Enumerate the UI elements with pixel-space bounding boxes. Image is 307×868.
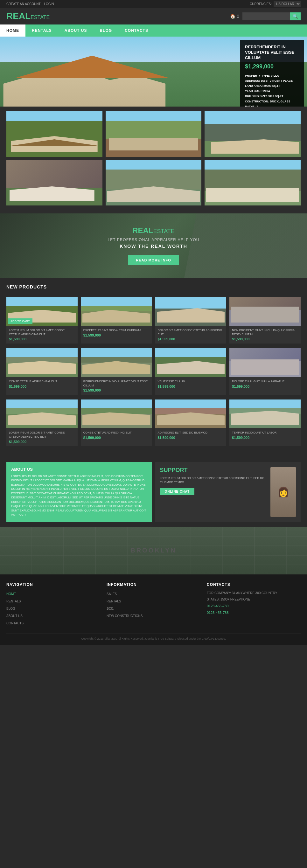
product-image-6 bbox=[81, 348, 152, 377]
property-card-3[interactable]: CAT CUPIDATAT NON PROI $1,599,000 bbox=[205, 111, 301, 157]
footer-info-1031-link[interactable]: 1031 bbox=[106, 607, 114, 610]
product-card-1[interactable]: ADD TO CART LOREM IPSUM DOLOR SIT AMET C… bbox=[6, 297, 78, 343]
hero-price: $1,299,000 bbox=[245, 63, 299, 70]
nav-item-blog[interactable]: BLOG bbox=[93, 25, 118, 37]
product-info-12: TEMPOR INCIDIDUNT UT LABOR $1,599,000 bbox=[229, 428, 301, 442]
property-card-5[interactable]: QUIS OFFICIA DESERUNT $1,599,000 bbox=[105, 160, 202, 206]
nav-link-rentals[interactable]: RENTALS bbox=[26, 25, 58, 37]
product-title-5: CONSE CTETUR ADIPISC- ING ELIT bbox=[9, 379, 75, 383]
property-grid: LOREM IPSUM DOLOR SIT AMET $1,599,000 EX… bbox=[0, 106, 307, 213]
currency-label: CURRENCIES: bbox=[250, 2, 272, 6]
product-image-1: ADD TO CART bbox=[6, 297, 78, 326]
nav-link-blog[interactable]: BLOG bbox=[93, 25, 118, 37]
hero-details: PROPERTY TYPE: VILLA ADDRESS: 3555T VINC… bbox=[245, 73, 299, 106]
footer-info-sales[interactable]: SALES bbox=[106, 591, 201, 596]
product-title-3: DOLOR SIT AMET CONSE CTETUR ADIPISCING E… bbox=[158, 328, 224, 336]
nav-item-contacts[interactable]: CONTACTS bbox=[118, 25, 155, 37]
property-card-2[interactable]: EXCEPTEUR SINT OCCAE $1,599,000 bbox=[105, 111, 202, 157]
login-link[interactable]: LOGIN bbox=[44, 2, 54, 6]
product-image-5 bbox=[6, 348, 78, 377]
footer-info-column: INFORMATION SALES RENTALS 1031 NEW CONST… bbox=[106, 582, 201, 627]
product-card-7[interactable]: VELIT ESSE CILLUM $1,599,000 bbox=[155, 348, 226, 395]
banner-read-more-button[interactable]: READ MORE INFO bbox=[128, 255, 179, 265]
product-card-6[interactable]: REPREHENDERIT IN VO- LUPTATE VELIT ESSE … bbox=[81, 348, 152, 395]
footer-contacts-phone1: 0123-456-789 bbox=[207, 603, 301, 609]
footer-nav-rentals-link[interactable]: RENTALS bbox=[6, 599, 21, 603]
footer-copyright: Copyright © 2013 Villa Mart. All Rights … bbox=[6, 633, 301, 640]
product-info-10: CONSE CTETUR ADIPISC- ING ELIT $1,599,00… bbox=[81, 428, 152, 442]
property-card-1[interactable]: LOREM IPSUM DOLOR SIT AMET $1,599,000 bbox=[6, 111, 102, 157]
add-to-cart-overlay: ADD TO CART bbox=[8, 318, 32, 324]
property-row-1: LOREM IPSUM DOLOR SIT AMET $1,599,000 EX… bbox=[6, 111, 301, 157]
footer-nav-contacts[interactable]: CONTACTS bbox=[6, 620, 100, 626]
product-price-12: $1,599,000 bbox=[232, 436, 298, 440]
footer-nav-title: NAVIGATION bbox=[6, 582, 100, 587]
product-card-8[interactable]: DOLORE EU FUGIAT NULLA PARIATUR $1,599,0… bbox=[229, 348, 301, 395]
property-card-6[interactable]: IPSUM DOLOR SIT AMET $1,599,000 bbox=[205, 160, 301, 206]
product-card-4[interactable]: NON PROIDENT, SUNT IN CULPA QUI OFFICIA … bbox=[229, 297, 301, 343]
product-card-2[interactable]: EXCEPTEUR SINT OCCA- ECAT CUPIDATА $1,59… bbox=[81, 297, 152, 343]
footer-contacts-column: CONTACTS FOR COMPANY: 34 ANYWHERE 300 CO… bbox=[207, 582, 301, 627]
property-card-4[interactable]: DENT SUNT IN CULPA $1,599,000 bbox=[6, 160, 102, 206]
footer-nav-home-link[interactable]: HOME bbox=[6, 592, 16, 596]
product-price-1: $1,599,000 bbox=[9, 337, 75, 341]
footer-nav-contacts-link[interactable]: CONTACTS bbox=[6, 621, 24, 625]
nav-link-about[interactable]: ABOUT US bbox=[58, 25, 94, 37]
product-price-4: $1,599,000 bbox=[232, 337, 298, 341]
nav-item-rentals[interactable]: RENTALS bbox=[26, 25, 58, 37]
property-image-5 bbox=[105, 160, 202, 192]
nav-link-contacts[interactable]: CONTACTS bbox=[118, 25, 155, 37]
products-row-3: LOREM IPSUM DOLOR SIT AMET CONSE CTETUR … bbox=[6, 400, 301, 446]
footer-info-1031[interactable]: 1031 bbox=[106, 605, 201, 611]
logo-real: REAL bbox=[6, 11, 31, 21]
property-image-4 bbox=[6, 160, 102, 192]
footer-info-title: INFORMATION bbox=[106, 582, 201, 587]
product-card-10[interactable]: CONSE CTETUR ADIPISC- ING ELIT $1,599,00… bbox=[81, 400, 152, 446]
product-title-4: NON PROIDENT, SUNT IN CULPA QUI OFFICIA … bbox=[232, 328, 298, 336]
product-price-8: $1,599,000 bbox=[232, 384, 298, 389]
logo-estate: ESTATE bbox=[31, 14, 50, 20]
product-image-2 bbox=[81, 297, 152, 326]
nav-link-home[interactable]: HOME bbox=[0, 25, 26, 37]
add-to-cart-button-1[interactable]: ADD TO CART bbox=[8, 318, 32, 324]
nav-item-home[interactable]: HOME bbox=[0, 25, 26, 37]
product-card-11[interactable]: ADIPISCING ELIT, SED DO EIUSMOD $1,599,0… bbox=[155, 400, 226, 446]
product-card-12[interactable]: TEMPOR INCIDIDUNT UT LABOR $1,599,000 bbox=[229, 400, 301, 446]
product-title-8: DOLORE EU FUGIAT NULLA PARIATUR bbox=[232, 379, 298, 383]
product-card-9[interactable]: LOREM IPSUM DOLOR SIT AMET CONSE CTETUR … bbox=[6, 400, 78, 446]
footer-contacts-address: FOR COMPANY: 34 ANYWHERE 300 COUNTRY bbox=[207, 591, 301, 596]
footer-contacts-extra: STATES: 1500+ FREEPHONE bbox=[207, 597, 301, 602]
property-image-1 bbox=[6, 111, 102, 143]
online-chat-button[interactable]: ONLINE CHAT bbox=[160, 488, 195, 495]
footer-info-new-constructions[interactable]: NEW CONSTRUCTIONS bbox=[106, 613, 201, 618]
footer-info-sales-link[interactable]: SALES bbox=[106, 592, 117, 596]
footer-info-new-constructions-link[interactable]: NEW CONSTRUCTIONS bbox=[106, 614, 143, 618]
footer-nav-home[interactable]: HOME bbox=[6, 591, 100, 596]
search-input[interactable] bbox=[242, 12, 290, 20]
product-info-8: DOLORE EU FUGIAT NULLA PARIATUR $1,599,0… bbox=[229, 377, 301, 391]
product-info-7: VELIT ESSE CILLUM $1,599,000 bbox=[155, 377, 226, 391]
banner-logo: REALESTATE bbox=[6, 226, 301, 235]
footer-info-rentals[interactable]: RENTALS bbox=[106, 598, 201, 604]
currency-select[interactable]: US DOLLAR bbox=[274, 1, 301, 7]
footer-nav-about-link[interactable]: ABOUT US bbox=[6, 614, 23, 618]
cart-icon[interactable]: 🏠 0 bbox=[230, 14, 239, 19]
product-card-5[interactable]: CONSE CTETUR ADIPISC- ING ELIT $1,599,00… bbox=[6, 348, 78, 395]
product-card-3[interactable]: DOLOR SIT AMET CONSE CTETUR ADIPISCING E… bbox=[155, 297, 226, 343]
product-title-6: REPREHENDERIT IN VO- LUPTATE VELIT ESSE … bbox=[83, 379, 150, 388]
footer-nav-rentals[interactable]: RENTALS bbox=[6, 598, 100, 604]
about-support-section: ABOUT US LOREM IPSUM DOLOR SIT AMET CONS… bbox=[0, 457, 307, 527]
banner-section: REALESTATE LET PROFESSIONAL APPRAISER HE… bbox=[0, 213, 307, 278]
search-button[interactable]: 🔍 bbox=[290, 12, 301, 20]
footer-nav-about[interactable]: ABOUT US bbox=[6, 613, 100, 618]
product-title-11: ADIPISCING ELIT, SED DO EIUSMOD bbox=[158, 431, 224, 435]
footer-nav-blog[interactable]: BLOG bbox=[6, 605, 100, 611]
footer-info-rentals-link[interactable]: RENTALS bbox=[106, 599, 121, 603]
product-price-11: $1,599,000 bbox=[158, 436, 224, 440]
product-price-9: $1,599,000 bbox=[9, 440, 75, 444]
nav-item-about[interactable]: ABOUT US bbox=[58, 25, 94, 37]
footer-nav-blog-link[interactable]: BLOG bbox=[6, 607, 15, 610]
create-account-link[interactable]: CREATE AN ACCOUNT bbox=[6, 2, 41, 6]
product-title-1: LOREM IPSUM DOLOR SIT AMET CONSE CTETUR … bbox=[9, 328, 75, 336]
about-title: ABOUT US bbox=[11, 467, 147, 472]
